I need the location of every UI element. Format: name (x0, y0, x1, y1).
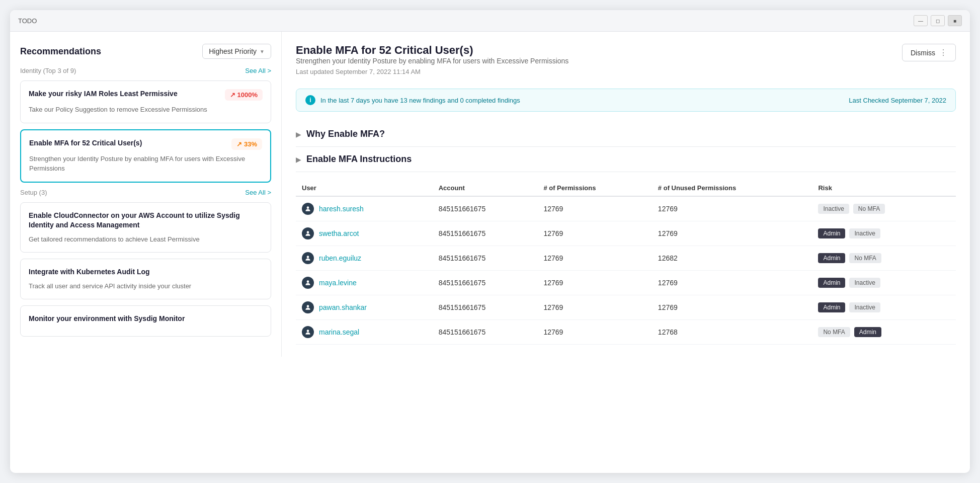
cloudconnector-card[interactable]: Enable CloudConnector on your AWS Accoun… (20, 202, 271, 253)
setup-see-all[interactable]: See All > (245, 189, 271, 196)
users-table-container: User Account # of Permissions # of Unuse… (296, 180, 956, 345)
risk-tag: Admin (818, 228, 845, 238)
user-cell: haresh.suresh (296, 196, 433, 221)
kubernetes-card-title: Integrate with Kubernetes Audit Log (29, 267, 263, 277)
iam-card-desc: Take our Policy Suggestion to remove Exc… (29, 105, 263, 115)
user-link[interactable]: pawan.shankar (319, 303, 367, 311)
monitor-card-header: Monitor your environment with Sysdig Mon… (29, 314, 263, 324)
user-link[interactable]: swetha.arcot (319, 229, 359, 237)
unused-permissions-cell: 12769 (652, 295, 812, 320)
info-banner-left: i In the last 7 days you have 13 new fin… (305, 95, 520, 105)
kubernetes-card[interactable]: Integrate with Kubernetes Audit Log Trac… (20, 259, 271, 299)
risk-tag: Inactive (849, 278, 880, 288)
permissions-cell: 12769 (537, 295, 651, 320)
kubernetes-card-header: Integrate with Kubernetes Audit Log (29, 267, 263, 277)
user-cell: maya.levine (296, 271, 433, 295)
monitor-card-title: Monitor your environment with Sysdig Mon… (29, 314, 263, 324)
account-cell: 845151661675 (433, 246, 538, 271)
user-avatar-icon (302, 227, 314, 239)
risk-tag: No MFA (853, 204, 885, 214)
risk-cell: AdminInactive (812, 221, 956, 246)
risk-cell: No MFAAdmin (812, 320, 956, 345)
permissions-cell: 12769 (537, 246, 651, 271)
table-row: swetha.arcot 8451516616751276912769Admin… (296, 221, 956, 246)
permissions-cell: 12769 (537, 196, 651, 221)
why-mfa-section[interactable]: ▶ Why Enable MFA? (296, 122, 956, 147)
user-cell: ruben.eguiluz (296, 246, 433, 271)
window-controls: ― ◻ ■ (914, 15, 962, 26)
svg-point-5 (307, 330, 309, 332)
identity-see-all[interactable]: See All > (245, 67, 271, 74)
user-link[interactable]: ruben.eguiluz (319, 254, 361, 262)
identity-section-header: Identity (Top 3 of 9) See All > (20, 67, 271, 74)
detail-date: Last updated September 7, 2022 11:14 AM (296, 68, 568, 75)
account-cell: 845151661675 (433, 196, 538, 221)
user-cell: swetha.arcot (296, 221, 433, 246)
col-permissions: # of Permissions (537, 180, 651, 196)
user-avatar-icon (302, 277, 314, 289)
user-link[interactable]: haresh.suresh (319, 205, 364, 213)
risk-cell: AdminInactive (812, 295, 956, 320)
user-cell: pawan.shankar (296, 295, 433, 320)
table-row: maya.levine 8451516616751276912769AdminI… (296, 271, 956, 295)
table-row: marina.segal 8451516616751276912768No MF… (296, 320, 956, 345)
col-risk: Risk (812, 180, 956, 196)
panel-title: Recommendations (20, 46, 101, 57)
unused-permissions-cell: 12682 (652, 246, 812, 271)
cloudconnector-card-desc: Get tailored recommendations to achieve … (29, 234, 263, 245)
risk-tag: Inactive (818, 204, 849, 214)
mfa-card-desc: Strengthen your Identity Posture by enab… (29, 154, 262, 174)
chevron-right-icon-2: ▶ (296, 155, 301, 164)
user-link[interactable]: marina.segal (319, 328, 359, 336)
user-avatar-icon (302, 301, 314, 313)
mfa-instructions-section[interactable]: ▶ Enable MFA Instructions (296, 147, 956, 172)
cloudconnector-card-title: Enable CloudConnector on your AWS Accoun… (29, 211, 263, 230)
chevron-right-icon: ▶ (296, 130, 301, 138)
mfa-card-title: Enable MFA for 52 Critical User(s) (29, 138, 231, 148)
unused-permissions-cell: 12768 (652, 320, 812, 345)
restore-button[interactable]: ◻ (931, 15, 945, 26)
iam-card-header: Make your risky IAM Roles Least Permissi… (29, 89, 263, 101)
users-table: User Account # of Permissions # of Unuse… (296, 180, 956, 345)
iam-card[interactable]: Make your risky IAM Roles Least Permissi… (20, 80, 271, 123)
more-icon: ⋮ (939, 48, 947, 57)
col-user: User (296, 180, 433, 196)
svg-point-0 (307, 206, 309, 209)
detail-header: Enable MFA for 52 Critical User(s) Stren… (296, 44, 956, 86)
user-link[interactable]: maya.levine (319, 279, 357, 287)
detail-title-block: Enable MFA for 52 Critical User(s) Stren… (296, 44, 568, 86)
table-row: pawan.shankar 8451516616751276912769Admi… (296, 295, 956, 320)
close-button[interactable]: ■ (948, 15, 962, 26)
permissions-cell: 12769 (537, 320, 651, 345)
monitor-card[interactable]: Monitor your environment with Sysdig Mon… (20, 305, 271, 337)
right-panel: Enable MFA for 52 Critical User(s) Stren… (282, 32, 970, 357)
user-avatar-icon (302, 203, 314, 215)
iam-card-badge: ↗ 1000% (225, 89, 263, 101)
priority-dropdown[interactable]: Highest Priority ▼ (202, 44, 271, 59)
identity-section-label: Identity (Top 3 of 9) (20, 67, 76, 74)
setup-section-header: Setup (3) See All > (20, 189, 271, 196)
risk-tag: Admin (818, 278, 845, 288)
main-layout: Recommendations Highest Priority ▼ Ident… (10, 32, 970, 357)
left-panel: Recommendations Highest Priority ▼ Ident… (10, 32, 282, 357)
mfa-card-badge: ↗ 33% (231, 138, 262, 150)
col-unused-permissions: # of Unused Permissions (652, 180, 812, 196)
account-cell: 845151661675 (433, 320, 538, 345)
risk-tag: Admin (854, 327, 881, 337)
detail-desc: Strengthen your Identity Posture by enab… (296, 57, 568, 65)
risk-tag: No MFA (849, 253, 881, 263)
unused-permissions-cell: 12769 (652, 196, 812, 221)
kubernetes-card-desc: Track all user and service API activity … (29, 281, 263, 291)
unused-permissions-cell: 12769 (652, 221, 812, 246)
dismiss-button[interactable]: Dismiss ⋮ (902, 44, 956, 61)
risk-cell: InactiveNo MFA (812, 196, 956, 221)
user-cell: marina.segal (296, 320, 433, 345)
minimize-button[interactable]: ― (914, 15, 928, 26)
mfa-card[interactable]: Enable MFA for 52 Critical User(s) ↗ 33%… (20, 129, 271, 183)
svg-point-1 (307, 231, 309, 233)
risk-cell: AdminNo MFA (812, 246, 956, 271)
panel-header: Recommendations Highest Priority ▼ (20, 44, 271, 59)
svg-point-3 (307, 280, 309, 283)
account-cell: 845151661675 (433, 221, 538, 246)
title-bar: TODO ― ◻ ■ (10, 10, 970, 32)
